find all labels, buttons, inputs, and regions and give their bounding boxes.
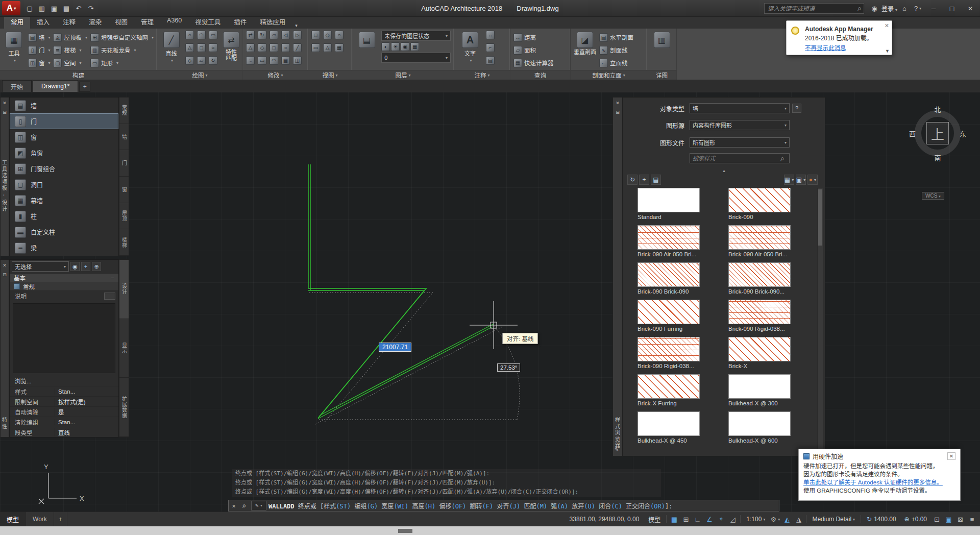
panel-label[interactable]: 图层 bbox=[352, 70, 454, 80]
build-button-增强型自定义轴网[interactable]: ⊞增强型自定义轴网 bbox=[90, 31, 154, 43]
style-view-icon[interactable]: ▦ bbox=[784, 175, 794, 185]
style-search-input[interactable] bbox=[693, 155, 780, 161]
command-option[interactable]: 闭合 bbox=[595, 503, 611, 510]
section-button-水平剖面[interactable]: ▤水平剖面 bbox=[599, 31, 633, 43]
details-button[interactable]: ▥ bbox=[650, 31, 673, 48]
general-section-header[interactable]: 常规 bbox=[10, 282, 118, 290]
file-tab-Drawing1*[interactable]: Drawing1* bbox=[33, 80, 78, 92]
style-item[interactable]: Brick-X Furring bbox=[638, 374, 715, 411]
draw-tool-icon[interactable]: △ bbox=[185, 43, 194, 52]
command-option-key[interactable]: (C) bbox=[611, 503, 622, 510]
elevation-field[interactable]: 1400.00 bbox=[863, 514, 900, 525]
z-offset-field[interactable]: +0.00 bbox=[900, 514, 931, 525]
tool-门窗组合[interactable]: ⊞门窗组合 bbox=[10, 161, 118, 177]
search-icon[interactable] bbox=[857, 4, 864, 13]
dynamic-dimension-input[interactable]: 21007.71 bbox=[379, 343, 411, 352]
close-icon[interactable] bbox=[229, 502, 239, 509]
modify-tool-icon[interactable]: ▦ bbox=[281, 56, 290, 65]
compass-west[interactable]: 西 bbox=[909, 129, 916, 138]
style-toolbar-icon[interactable]: + bbox=[639, 175, 649, 185]
build-button-门[interactable]: ▯门 bbox=[28, 44, 51, 56]
selection-tool-icon[interactable]: ⊕ bbox=[92, 262, 101, 271]
build-button-空间[interactable]: ▢空间 bbox=[53, 57, 87, 69]
style-item[interactable]: Standard bbox=[638, 188, 715, 225]
modify-tool-icon[interactable]: □ bbox=[270, 43, 278, 52]
build-button-屋顶板[interactable]: ◬屋顶板 bbox=[53, 31, 87, 43]
command-option[interactable]: 编组 bbox=[351, 503, 366, 510]
tool-梁[interactable]: ━梁 bbox=[10, 240, 118, 256]
command-option[interactable]: 正交闭合 bbox=[622, 503, 650, 510]
command-option-key[interactable]: (H) bbox=[425, 503, 436, 510]
style-item[interactable]: Brick-090 Brick-090... bbox=[728, 262, 806, 300]
modify-tool-icon[interactable]: ╱ bbox=[293, 43, 302, 52]
undo-icon[interactable]: ↶ bbox=[72, 2, 85, 14]
panel-label[interactable]: 剖面和立面 bbox=[571, 70, 647, 80]
command-option-key[interactable]: (ST) bbox=[336, 503, 351, 510]
property-row-段类型[interactable]: 段类型直线 bbox=[10, 427, 118, 437]
new-drawing-tab-button[interactable] bbox=[79, 82, 90, 92]
palette-tab-常规[interactable]: 常规 bbox=[119, 98, 129, 124]
search-input[interactable] bbox=[765, 6, 857, 12]
property-row-自动清除[interactable]: 自动清除是 bbox=[10, 406, 118, 417]
tool-幕墙[interactable]: ▦幕墙 bbox=[10, 192, 118, 208]
style-item[interactable]: Bulkhead-X @ 600 bbox=[728, 411, 806, 449]
search-icon[interactable] bbox=[239, 502, 249, 510]
inquiry-button-快速计算器[interactable]: ▦快速计算器 bbox=[513, 57, 554, 69]
tool-门[interactable]: ▯门 bbox=[10, 113, 118, 129]
text-button[interactable]: A文字 bbox=[457, 31, 483, 63]
description-button[interactable] bbox=[104, 293, 115, 300]
close-icon[interactable] bbox=[1, 262, 8, 269]
file-tab-开始[interactable]: 开始 bbox=[2, 80, 32, 92]
compass-south[interactable]: 南 bbox=[934, 153, 941, 162]
view-tool-icon[interactable]: ▦ bbox=[335, 43, 344, 52]
open-icon[interactable]: ▥ bbox=[36, 2, 48, 14]
palette-tab-门[interactable]: 门 bbox=[119, 150, 129, 177]
style-toolbar-icon[interactable]: ▤ bbox=[651, 175, 661, 185]
command-option[interactable]: 对齐 bbox=[493, 503, 509, 510]
section-button-剖面线[interactable]: ∿剖面线 bbox=[599, 44, 633, 56]
user-icon[interactable]: ◉ bbox=[868, 3, 880, 15]
save-icon[interactable]: ▣ bbox=[48, 2, 60, 14]
browse-button[interactable]: 浏览... bbox=[10, 376, 118, 386]
command-option[interactable]: 样式 bbox=[324, 503, 336, 510]
ribbon-tab-渲染[interactable]: 渲染 bbox=[82, 15, 108, 29]
command-option[interactable]: 高度 bbox=[408, 503, 424, 510]
view-tool-icon[interactable]: □ bbox=[311, 31, 320, 39]
view-compass[interactable]: 北 南 西 东 上 bbox=[910, 105, 966, 161]
ribbon-tab-精选应用[interactable]: 精选应用 bbox=[253, 15, 292, 29]
ribbon-tab-视图[interactable]: 视图 bbox=[108, 15, 134, 29]
view-tool-icon[interactable]: ○ bbox=[335, 31, 344, 39]
ribbon-tab-插入[interactable]: 插入 bbox=[30, 15, 56, 29]
command-option-key[interactable]: (A) bbox=[557, 503, 568, 510]
style-item[interactable]: Brick-X bbox=[728, 337, 806, 374]
draw-tool-icon[interactable]: ○ bbox=[185, 31, 194, 39]
selection-dropdown[interactable]: 无选择 bbox=[12, 261, 69, 272]
layer-toggle-icon[interactable]: ☀ bbox=[391, 42, 400, 51]
style-search[interactable] bbox=[690, 153, 790, 163]
build-button-天花板龙骨[interactable]: ▥天花板龙骨 bbox=[90, 44, 154, 56]
grid-icon[interactable]: ▦ bbox=[668, 514, 680, 525]
help-search[interactable] bbox=[764, 3, 864, 14]
style-item[interactable]: Brick-090 bbox=[728, 188, 806, 225]
properties-tab-设计[interactable]: 设计 bbox=[119, 260, 129, 319]
autohide-icon[interactable] bbox=[1, 109, 8, 116]
basic-section-header[interactable]: 基本 bbox=[10, 273, 118, 282]
clean-screen-icon[interactable]: ⊠ bbox=[954, 514, 966, 525]
hardware-accel-icon[interactable]: ▣ bbox=[943, 514, 954, 525]
style-item[interactable]: Brick-090 Furring bbox=[638, 300, 715, 337]
view-tool-icon[interactable]: △ bbox=[323, 43, 332, 52]
customize-icon[interactable]: ≡ bbox=[966, 514, 978, 525]
tool-洞口[interactable]: ▢洞口 bbox=[10, 177, 118, 192]
annotate-tool-icon[interactable]: ▤ bbox=[486, 56, 495, 65]
print-icon[interactable]: ▤ bbox=[60, 2, 72, 14]
isolate-objects-icon[interactable]: ⊡ bbox=[931, 514, 943, 525]
draw-tool-icon[interactable]: ◠ bbox=[197, 31, 206, 39]
panel-label[interactable]: 绘图 bbox=[157, 70, 242, 80]
ribbon-tab-注释[interactable]: 注释 bbox=[56, 15, 82, 29]
ribbon-tab-管理[interactable]: 管理 bbox=[134, 15, 160, 29]
command-option[interactable]: 偏移 bbox=[435, 503, 451, 510]
panel-label[interactable]: 详图 bbox=[647, 70, 676, 80]
style-view-icon[interactable]: ● bbox=[807, 175, 818, 185]
annotation-autoscale-icon[interactable]: ◮ bbox=[793, 514, 804, 525]
layer-toggle-icon[interactable]: ◐ bbox=[381, 42, 390, 51]
